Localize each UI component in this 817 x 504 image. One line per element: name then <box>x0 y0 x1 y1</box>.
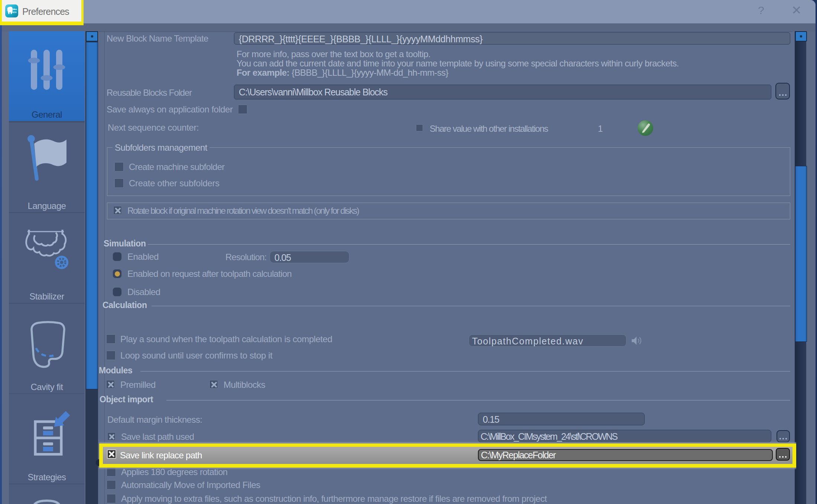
svg-text:BOX: BOX <box>13 11 17 13</box>
svg-text:MILL: MILL <box>13 8 18 10</box>
